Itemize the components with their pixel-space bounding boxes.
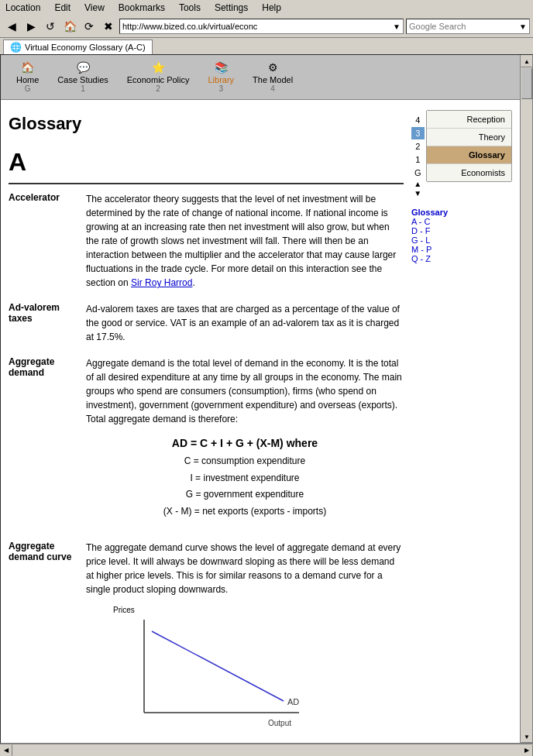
glossary-link-title[interactable]: Glossary — [411, 208, 512, 217]
glossary-link-gl[interactable]: G - L — [411, 235, 512, 245]
links-panel: Glossary A - C D - F G - L M - P Q - Z — [411, 208, 512, 263]
address-bar[interactable]: http://www.bized.co.uk/virtual/econc ▼ — [119, 19, 404, 34]
svg-text:Output: Output — [268, 719, 291, 727]
nav-policy-label: Economic Policy — [127, 75, 190, 84]
nav-home-label: Home — [16, 75, 39, 84]
reload-button[interactable]: ↺ — [42, 18, 59, 35]
menu-bookmarks[interactable]: Bookmarks — [116, 2, 167, 14]
term-aggregate-demand-curve: Aggregate demand curve The aggregate dem… — [9, 541, 404, 736]
level-1[interactable]: 1 — [411, 153, 425, 166]
formula-block: AD = C + I + G + (X-M) where C = consump… — [86, 434, 404, 521]
level-4[interactable]: 4 — [411, 114, 425, 126]
menu-view[interactable]: View — [82, 2, 107, 14]
refresh-button[interactable]: ⟳ — [81, 18, 98, 35]
window-frame: Location Edit View Bookmarks Tools Setti… — [0, 0, 533, 756]
glossary-link-df[interactable]: D - F — [411, 226, 512, 235]
nav-case-studies[interactable]: 💬 Case Studies 1 — [48, 58, 117, 96]
address-text: http://www.bized.co.uk/virtual/econc — [122, 22, 393, 31]
scroll-thumb[interactable] — [521, 68, 532, 99]
right-sidebar: 4 3 2 1 G ▲ ▼ Reception Theory — [411, 106, 512, 743]
cylinder-economists[interactable]: Economists — [427, 164, 511, 181]
svg-text:AD: AD — [287, 697, 299, 706]
chart-svg: AD Output — [129, 616, 315, 732]
cylinder-reception[interactable]: Reception — [427, 111, 511, 129]
nav-bar: 🏠 Home G 💬 Case Studies 1 ⭐ Economic Pol… — [1, 55, 520, 100]
menu-settings[interactable]: Settings — [212, 2, 250, 14]
term-advalorem: Ad-valorem taxes Ad-valorem taxes are ta… — [9, 302, 404, 344]
glossary-letter: A — [9, 142, 404, 184]
menu-tools[interactable]: Tools — [177, 2, 203, 14]
tab-title: Virtual Economy Glossary (A-C) — [25, 43, 146, 52]
level-3-active[interactable]: 3 — [411, 127, 425, 139]
scroll-up-btn[interactable]: ▲ — [521, 55, 533, 67]
back-button[interactable]: ◀ — [3, 18, 20, 35]
menu-edit[interactable]: Edit — [52, 2, 73, 14]
formula-line-g: G = government expenditure — [86, 486, 404, 503]
term-accelerator: Accelerator The accelerator theory sugge… — [9, 192, 404, 290]
sir-roy-harrod-link[interactable]: Sir Roy Harrod — [131, 277, 192, 288]
menu-bar: Location Edit View Bookmarks Tools Setti… — [0, 0, 533, 15]
bottom-scrollbar: ◀ ▶ — [0, 744, 533, 756]
nav-library[interactable]: 📚 Library 3 — [198, 58, 243, 96]
nav-model-num: 4 — [270, 84, 275, 93]
formula-line-c: C = consumption expenditure — [86, 453, 404, 470]
term-def-accelerator: The accelerator theory suggests that the… — [86, 192, 404, 290]
scroll-down-btn[interactable]: ▼ — [521, 730, 533, 743]
home-nav-icon: 🏠 — [21, 61, 34, 74]
glossary-link-mp[interactable]: M - P — [411, 245, 512, 254]
main-left: Glossary A Accelerator The accelerator t… — [9, 106, 404, 743]
menu-help[interactable]: Help — [260, 2, 284, 14]
term-name-accelerator: Accelerator — [9, 192, 78, 290]
svg-line-2 — [152, 631, 284, 701]
ad-def-text: Aggregate demand is the total level of d… — [86, 358, 402, 424]
level-up-btn[interactable]: ▲ — [411, 180, 425, 188]
menu-location[interactable]: Location — [3, 2, 43, 14]
glossary-link-ac[interactable]: A - C — [411, 217, 512, 226]
search-box[interactable]: ▼ — [406, 19, 530, 34]
home-button[interactable]: 🏠 — [61, 18, 78, 35]
term-name-adc: Aggregate demand curve — [9, 541, 78, 736]
search-input[interactable] — [409, 22, 519, 31]
forward-button[interactable]: ▶ — [22, 18, 40, 35]
chart-container: Prices AD — [109, 604, 404, 728]
policy-icon: ⭐ — [152, 61, 165, 74]
nav-library-num: 3 — [219, 84, 224, 93]
level-cylinder-container: 4 3 2 1 G ▲ ▼ Reception Theory — [411, 110, 512, 198]
active-tab[interactable]: 🌐 Virtual Economy Glossary (A-C) — [3, 40, 153, 54]
stop-button[interactable]: ✖ — [100, 18, 117, 35]
nav-library-label: Library — [208, 75, 234, 84]
page-body: Glossary A Accelerator The accelerator t… — [1, 100, 520, 743]
chart-area: Prices AD — [109, 604, 311, 728]
nav-case-num: 1 — [81, 84, 85, 93]
cylinder-theory[interactable]: Theory — [427, 129, 511, 146]
case-studies-icon: 💬 — [77, 61, 90, 74]
scroll-track[interactable] — [521, 67, 532, 730]
scroll-right-btn[interactable]: ▶ — [521, 744, 533, 757]
chart-prices-label: Prices — [113, 604, 135, 616]
nav-policy-num: 2 — [156, 84, 160, 93]
scroll-left-btn[interactable]: ◀ — [0, 744, 12, 757]
glossary-title: Glossary — [9, 106, 404, 142]
nav-model-label: The Model — [253, 75, 293, 84]
nav-the-model[interactable]: ⚙ The Model 4 — [243, 58, 302, 96]
term-name-aggregate-demand: Aggregate demand — [9, 356, 78, 528]
nav-home[interactable]: 🏠 Home G — [7, 58, 48, 96]
term-def-text-accelerator: The accelerator theory suggests that the… — [86, 194, 396, 288]
nav-economic-policy[interactable]: ⭐ Economic Policy 2 — [118, 58, 199, 96]
formula-line-xm: (X - M) = net exports (exports - imports… — [86, 503, 404, 521]
glossary-link-qz[interactable]: Q - Z — [411, 254, 512, 263]
cylinder-glossary[interactable]: Glossary — [427, 146, 511, 164]
level-down-btn[interactable]: ▼ — [411, 189, 425, 198]
toolbar: ◀ ▶ ↺ 🏠 ⟳ ✖ http://www.bized.co.uk/virtu… — [0, 15, 533, 38]
level-2[interactable]: 2 — [411, 140, 425, 153]
level-g[interactable]: G — [411, 167, 425, 179]
term-aggregate-demand: Aggregate demand Aggregate demand is the… — [9, 356, 404, 528]
library-icon: 📚 — [215, 61, 228, 74]
address-dropdown[interactable]: ▼ — [393, 22, 401, 31]
search-dropdown[interactable]: ▼ — [519, 22, 527, 31]
model-icon: ⚙ — [268, 61, 278, 74]
term-def-adc: The aggregate demand curve shows the lev… — [86, 541, 404, 736]
nav-case-label: Case Studies — [57, 75, 108, 84]
scrollbar: ▲ ▼ — [520, 55, 532, 743]
tab-icon: 🌐 — [10, 42, 22, 53]
